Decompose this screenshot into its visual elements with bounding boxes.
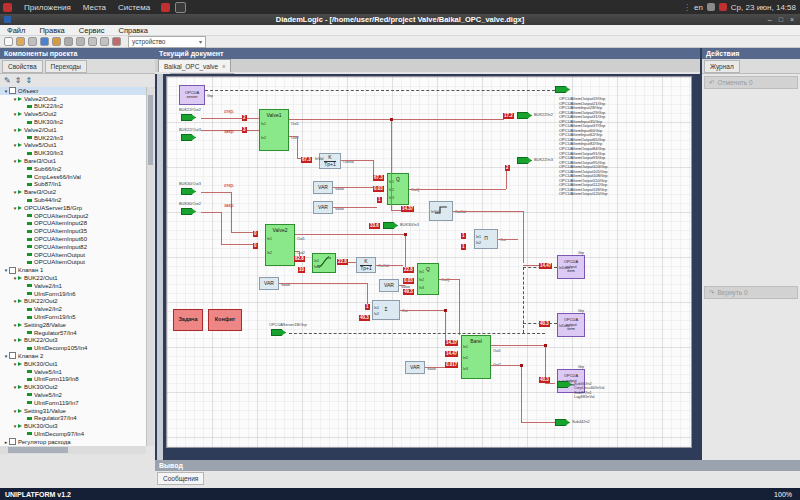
tree-item[interactable]: ▾BUK22/Out2: [0, 298, 146, 306]
diagram-viewport[interactable]: OPCUAserverGrpValve1In1In2Out1Out2KTp+1O…: [155, 74, 700, 460]
device-combobox[interactable]: устройство: [128, 36, 206, 48]
tree-item[interactable]: UIntForm19/In5: [0, 313, 146, 321]
signal-connector[interactable]: [517, 112, 532, 119]
edit-pencil-icon[interactable]: ✎: [4, 76, 11, 85]
tree-item[interactable]: ▸Регулятор расхода: [0, 438, 146, 446]
tree-item[interactable]: ▾BUK22/Out1: [0, 274, 146, 282]
close-button[interactable]: ×: [790, 16, 794, 23]
new-file-icon[interactable]: [4, 37, 13, 46]
menu-item[interactable]: Файл: [0, 26, 32, 35]
tab-messages[interactable]: Сообщения: [157, 472, 204, 485]
tree-item[interactable]: ▾Valve2/Out1: [0, 126, 146, 134]
tree-item[interactable]: ▾BUK30/Out2: [0, 383, 146, 391]
canvas-sheet[interactable]: OPCUAserverGrpValve1In1In2Out1Out2KTp+1O…: [166, 76, 692, 448]
tree-item[interactable]: OPCUAItemInput60: [0, 235, 146, 243]
tree-item[interactable]: UIntForm19/In6: [0, 290, 146, 298]
tab-journal[interactable]: Журнал: [704, 60, 740, 73]
valve1-block[interactable]: Valve1In1In2Out1Out2: [259, 109, 289, 151]
sort-down-up-icon[interactable]: ⇕: [25, 76, 32, 85]
tree-item[interactable]: Sub87/In1: [0, 181, 146, 189]
tree-item[interactable]: CmpLess66/InVal: [0, 173, 146, 181]
tree-checkbox[interactable]: [9, 87, 16, 94]
tree-item[interactable]: UIntForm119/In8: [0, 375, 146, 383]
open-folder-icon[interactable]: [16, 37, 25, 46]
tree-item[interactable]: Valve5/In2: [0, 391, 146, 399]
tree-item[interactable]: ▾Barel3/Out2: [0, 188, 146, 196]
var-block[interactable]: VARValue: [259, 277, 279, 290]
transfer-fn-block[interactable]: KTp+1OutVal: [356, 257, 376, 273]
tree-item[interactable]: Sub44/In2: [0, 196, 146, 204]
task-block[interactable]: Задача: [173, 309, 203, 331]
keyboard-layout-indicator[interactable]: en: [694, 3, 703, 12]
tree-item[interactable]: BUK22/In3: [0, 134, 146, 142]
tree-item[interactable]: OPCUAItemOutput: [0, 251, 146, 259]
tree-item[interactable]: ▾Valve5/Out2: [0, 110, 146, 118]
tree-horizontal-scrollbar[interactable]: [0, 446, 146, 454]
tree-checkbox[interactable]: [9, 438, 16, 445]
tree-item[interactable]: OPCUAItemInput82: [0, 243, 146, 251]
undo-icon[interactable]: [52, 37, 61, 46]
menu-item[interactable]: Правка: [32, 26, 71, 35]
opcua-server-block[interactable]: OPCUAserverGrp: [179, 85, 205, 105]
desktop-menu-item[interactable]: Места: [77, 3, 112, 12]
q-block[interactable]: QIn1In2In3OutQ: [417, 263, 439, 295]
signal-connector[interactable]: [271, 329, 286, 336]
window-list-icon[interactable]: [175, 2, 186, 13]
save-icon[interactable]: [28, 37, 37, 46]
tree-item[interactable]: ▾Valve5/Out1: [0, 142, 146, 150]
tree-item[interactable]: OPCUAItemOutput: [0, 259, 146, 267]
tree-item[interactable]: ▾BUK30/Out1: [0, 360, 146, 368]
barel-block[interactable]: BarelIn1In2In3Out1Out2: [461, 335, 491, 379]
network-icon[interactable]: [719, 3, 727, 11]
tree-item[interactable]: OPCUAItemInput28: [0, 220, 146, 228]
tree-checkbox[interactable]: [9, 352, 16, 359]
tree-checkbox[interactable]: [9, 267, 16, 274]
undo-action-row[interactable]: ↶ Отменить 0: [704, 76, 798, 89]
valve2-block[interactable]: Valve2In1In2Out1Out2: [265, 224, 295, 266]
tab-close-icon[interactable]: x: [222, 63, 225, 69]
tab-properties[interactable]: Свойства: [2, 60, 43, 73]
tree-item[interactable]: ▾Setting31/Value: [0, 407, 146, 415]
maximize-button[interactable]: □: [779, 16, 783, 23]
panel-launcher-icon[interactable]: [161, 3, 170, 12]
tree-item[interactable]: BUK30/In3: [0, 149, 146, 157]
paste-icon[interactable]: [100, 37, 109, 46]
tree-item[interactable]: ▾Setting28/Value: [0, 321, 146, 329]
signal-connector[interactable]: [383, 222, 398, 229]
menu-item[interactable]: Справка: [111, 26, 154, 35]
tree-item[interactable]: OPCUAItemInput35: [0, 227, 146, 235]
relay-block[interactable]: InValOutVal: [429, 201, 453, 221]
sort-up-down-icon[interactable]: ⇕: [15, 76, 22, 85]
distro-logo-icon[interactable]: [3, 3, 12, 12]
tray-grip[interactable]: ⋮: [683, 3, 690, 12]
transfer-fn-block[interactable]: KTp+1OutVal: [319, 153, 341, 169]
clock[interactable]: Ср, 23 июн, 14:58: [731, 3, 796, 12]
signal-connector[interactable]: [181, 134, 196, 141]
minimize-button[interactable]: –: [768, 16, 772, 23]
tree-item[interactable]: BUK22/In2: [0, 103, 146, 111]
product-block[interactable]: ΠIn1In2Out: [474, 229, 498, 249]
signal-connector[interactable]: [181, 208, 196, 215]
zoom-level[interactable]: 100%: [774, 491, 800, 498]
tree-item[interactable]: UIntDecomp97/In4: [0, 430, 146, 438]
config-block[interactable]: Конфиг: [208, 309, 242, 331]
opcua-output-item-block[interactable]: OPCUAoutputitemInDataGrp: [557, 313, 585, 337]
redo-icon[interactable]: [64, 37, 73, 46]
tree-item[interactable]: ▾BUK30/Out3: [0, 422, 146, 430]
window-titlebar[interactable]: DiademLogic - [/home/user/Red/project Va…: [0, 14, 800, 25]
tree-item[interactable]: BUK30/In2: [0, 118, 146, 126]
desktop-menu-item[interactable]: Система: [112, 3, 156, 12]
tree-item[interactable]: UIntDecomp105/In4: [0, 344, 146, 352]
tree-item[interactable]: Valve2/In1: [0, 282, 146, 290]
var-block[interactable]: VARValue: [379, 279, 399, 292]
tree-item[interactable]: Valve2/In2: [0, 305, 146, 313]
tree-item[interactable]: ▾BUK22/Out3: [0, 337, 146, 345]
copy-icon[interactable]: [88, 37, 97, 46]
redo-action-row[interactable]: ↷ Вернуть 0: [704, 286, 798, 299]
signal-connector[interactable]: [517, 157, 532, 164]
viewport-left-scrollbar[interactable]: [157, 74, 163, 460]
signal-connector[interactable]: [181, 188, 196, 195]
desktop-menu-item[interactable]: Приложения: [18, 3, 77, 12]
rate-limiter-block[interactable]: In1In2Out: [312, 253, 336, 273]
tree-item[interactable]: ▾Barel3/Out1: [0, 157, 146, 165]
